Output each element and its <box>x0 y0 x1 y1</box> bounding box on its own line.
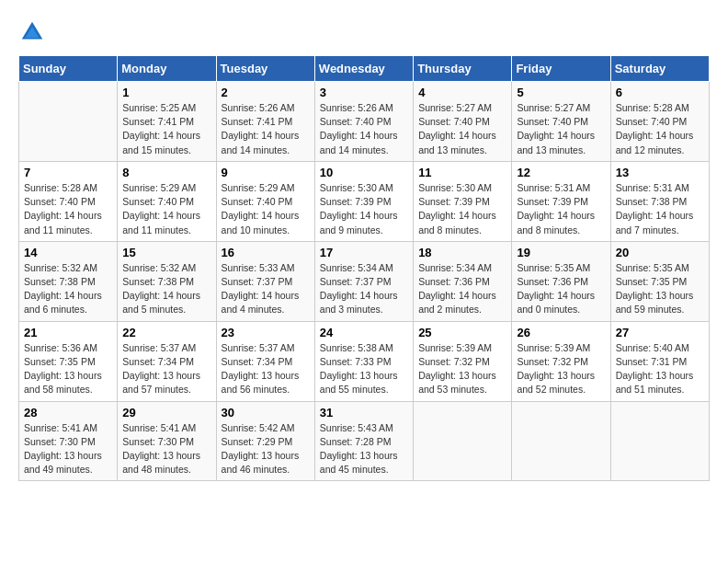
day-number: 13 <box>616 166 704 179</box>
day-info: Sunrise: 5:25 AMSunset: 7:41 PMDaylight:… <box>122 101 210 157</box>
week-row-5: 28Sunrise: 5:41 AMSunset: 7:30 PMDayligh… <box>19 401 710 481</box>
day-info: Sunrise: 5:37 AMSunset: 7:34 PMDaylight:… <box>122 341 210 397</box>
day-number: 28 <box>24 406 112 419</box>
day-number: 30 <box>222 406 310 419</box>
day-info: Sunrise: 5:34 AMSunset: 7:36 PMDaylight:… <box>418 261 506 317</box>
day-info: Sunrise: 5:31 AMSunset: 7:39 PMDaylight:… <box>517 181 605 237</box>
day-info: Sunrise: 5:26 AMSunset: 7:40 PMDaylight:… <box>320 101 408 157</box>
day-number: 7 <box>24 166 112 179</box>
calendar-cell: 20Sunrise: 5:35 AMSunset: 7:35 PMDayligh… <box>610 241 709 321</box>
calendar-cell: 24Sunrise: 5:38 AMSunset: 7:33 PMDayligh… <box>314 321 413 401</box>
day-info: Sunrise: 5:43 AMSunset: 7:28 PMDaylight:… <box>320 421 408 477</box>
day-number: 17 <box>320 246 408 259</box>
calendar-cell: 28Sunrise: 5:41 AMSunset: 7:30 PMDayligh… <box>19 401 118 481</box>
header-friday: Friday <box>512 56 610 82</box>
day-info: Sunrise: 5:33 AMSunset: 7:37 PMDaylight:… <box>222 261 310 317</box>
day-info: Sunrise: 5:40 AMSunset: 7:31 PMDaylight:… <box>616 341 704 397</box>
day-info: Sunrise: 5:39 AMSunset: 7:32 PMDaylight:… <box>517 341 605 397</box>
calendar-cell: 23Sunrise: 5:37 AMSunset: 7:34 PMDayligh… <box>216 321 314 401</box>
day-number: 16 <box>222 246 310 259</box>
day-info: Sunrise: 5:42 AMSunset: 7:29 PMDaylight:… <box>222 421 310 477</box>
calendar-cell: 1Sunrise: 5:25 AMSunset: 7:41 PMDaylight… <box>118 82 216 162</box>
day-info: Sunrise: 5:30 AMSunset: 7:39 PMDaylight:… <box>320 181 408 237</box>
day-number: 4 <box>418 86 506 99</box>
day-number: 14 <box>24 246 112 259</box>
calendar-cell: 31Sunrise: 5:43 AMSunset: 7:28 PMDayligh… <box>314 401 413 481</box>
calendar-cell: 21Sunrise: 5:36 AMSunset: 7:35 PMDayligh… <box>19 321 118 401</box>
header-monday: Monday <box>118 56 216 82</box>
day-number: 12 <box>517 166 605 179</box>
calendar-body: 1Sunrise: 5:25 AMSunset: 7:41 PMDaylight… <box>19 82 710 481</box>
day-info: Sunrise: 5:36 AMSunset: 7:35 PMDaylight:… <box>24 341 112 397</box>
logo-icon <box>18 18 46 46</box>
day-number: 6 <box>616 86 704 99</box>
day-number: 5 <box>517 86 605 99</box>
day-info: Sunrise: 5:30 AMSunset: 7:39 PMDaylight:… <box>418 181 506 237</box>
calendar-cell: 19Sunrise: 5:35 AMSunset: 7:36 PMDayligh… <box>512 241 610 321</box>
calendar-cell: 18Sunrise: 5:34 AMSunset: 7:36 PMDayligh… <box>414 241 512 321</box>
day-info: Sunrise: 5:35 AMSunset: 7:35 PMDaylight:… <box>616 261 704 317</box>
calendar-cell: 5Sunrise: 5:27 AMSunset: 7:40 PMDaylight… <box>512 82 610 162</box>
day-number: 2 <box>222 86 310 99</box>
day-info: Sunrise: 5:41 AMSunset: 7:30 PMDaylight:… <box>122 421 210 477</box>
day-number: 21 <box>24 326 112 339</box>
day-number: 20 <box>616 246 704 259</box>
week-row-2: 7Sunrise: 5:28 AMSunset: 7:40 PMDaylight… <box>19 161 710 241</box>
day-info: Sunrise: 5:29 AMSunset: 7:40 PMDaylight:… <box>122 181 210 237</box>
day-number: 27 <box>616 326 704 339</box>
day-info: Sunrise: 5:27 AMSunset: 7:40 PMDaylight:… <box>517 101 605 157</box>
week-row-3: 14Sunrise: 5:32 AMSunset: 7:38 PMDayligh… <box>19 241 710 321</box>
day-number: 18 <box>418 246 506 259</box>
calendar-cell: 29Sunrise: 5:41 AMSunset: 7:30 PMDayligh… <box>118 401 216 481</box>
calendar-cell: 11Sunrise: 5:30 AMSunset: 7:39 PMDayligh… <box>414 161 512 241</box>
page-header <box>18 18 710 46</box>
calendar-cell: 15Sunrise: 5:32 AMSunset: 7:38 PMDayligh… <box>118 241 216 321</box>
day-number: 25 <box>418 326 506 339</box>
week-row-1: 1Sunrise: 5:25 AMSunset: 7:41 PMDaylight… <box>19 82 710 162</box>
calendar-cell: 27Sunrise: 5:40 AMSunset: 7:31 PMDayligh… <box>610 321 709 401</box>
calendar-cell: 7Sunrise: 5:28 AMSunset: 7:40 PMDaylight… <box>19 161 118 241</box>
calendar-cell: 12Sunrise: 5:31 AMSunset: 7:39 PMDayligh… <box>512 161 610 241</box>
logo <box>18 18 50 46</box>
header-sunday: Sunday <box>19 56 118 82</box>
calendar-cell <box>512 401 610 481</box>
header-saturday: Saturday <box>610 56 709 82</box>
calendar-cell: 14Sunrise: 5:32 AMSunset: 7:38 PMDayligh… <box>19 241 118 321</box>
day-number: 3 <box>320 86 408 99</box>
calendar-cell: 16Sunrise: 5:33 AMSunset: 7:37 PMDayligh… <box>216 241 314 321</box>
day-number: 1 <box>122 86 210 99</box>
day-number: 26 <box>517 326 605 339</box>
day-number: 15 <box>122 246 210 259</box>
day-info: Sunrise: 5:39 AMSunset: 7:32 PMDaylight:… <box>418 341 506 397</box>
calendar-table: SundayMondayTuesdayWednesdayThursdayFrid… <box>18 55 710 481</box>
day-number: 22 <box>122 326 210 339</box>
day-number: 9 <box>222 166 310 179</box>
week-row-4: 21Sunrise: 5:36 AMSunset: 7:35 PMDayligh… <box>19 321 710 401</box>
calendar-cell: 6Sunrise: 5:28 AMSunset: 7:40 PMDaylight… <box>610 82 709 162</box>
header-tuesday: Tuesday <box>216 56 314 82</box>
day-info: Sunrise: 5:26 AMSunset: 7:41 PMDaylight:… <box>222 101 310 157</box>
day-info: Sunrise: 5:37 AMSunset: 7:34 PMDaylight:… <box>222 341 310 397</box>
calendar-cell: 22Sunrise: 5:37 AMSunset: 7:34 PMDayligh… <box>118 321 216 401</box>
calendar-cell: 10Sunrise: 5:30 AMSunset: 7:39 PMDayligh… <box>314 161 413 241</box>
header-wednesday: Wednesday <box>314 56 413 82</box>
calendar-cell <box>19 82 118 162</box>
calendar-cell: 8Sunrise: 5:29 AMSunset: 7:40 PMDaylight… <box>118 161 216 241</box>
calendar-cell: 26Sunrise: 5:39 AMSunset: 7:32 PMDayligh… <box>512 321 610 401</box>
calendar-cell: 3Sunrise: 5:26 AMSunset: 7:40 PMDaylight… <box>314 82 413 162</box>
day-info: Sunrise: 5:29 AMSunset: 7:40 PMDaylight:… <box>222 181 310 237</box>
day-number: 11 <box>418 166 506 179</box>
header-row: SundayMondayTuesdayWednesdayThursdayFrid… <box>19 56 710 82</box>
calendar-cell: 9Sunrise: 5:29 AMSunset: 7:40 PMDaylight… <box>216 161 314 241</box>
calendar-cell: 25Sunrise: 5:39 AMSunset: 7:32 PMDayligh… <box>414 321 512 401</box>
day-info: Sunrise: 5:34 AMSunset: 7:37 PMDaylight:… <box>320 261 408 317</box>
day-info: Sunrise: 5:35 AMSunset: 7:36 PMDaylight:… <box>517 261 605 317</box>
day-number: 24 <box>320 326 408 339</box>
day-number: 23 <box>222 326 310 339</box>
day-info: Sunrise: 5:28 AMSunset: 7:40 PMDaylight:… <box>24 181 112 237</box>
calendar-header: SundayMondayTuesdayWednesdayThursdayFrid… <box>19 56 710 82</box>
day-number: 31 <box>320 406 408 419</box>
calendar-cell: 2Sunrise: 5:26 AMSunset: 7:41 PMDaylight… <box>216 82 314 162</box>
day-info: Sunrise: 5:31 AMSunset: 7:38 PMDaylight:… <box>616 181 704 237</box>
day-number: 19 <box>517 246 605 259</box>
